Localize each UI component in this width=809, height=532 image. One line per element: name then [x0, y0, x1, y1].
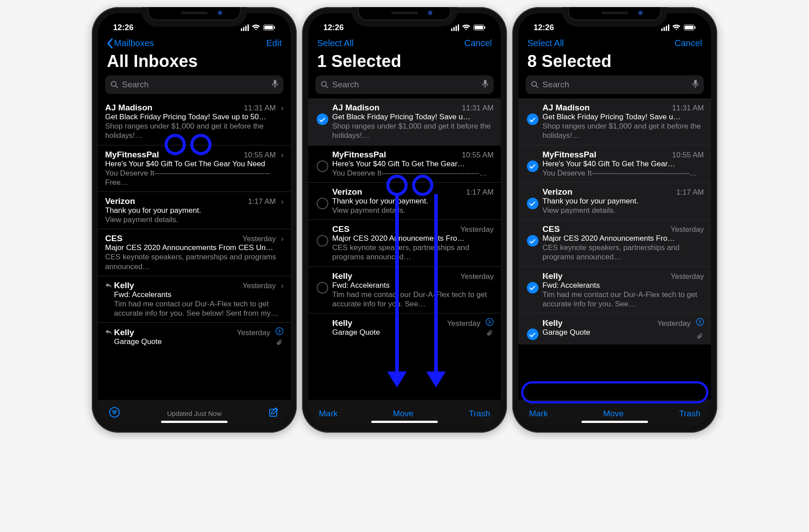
- search-placeholder: Search: [542, 80, 569, 90]
- preview: CES keynote speakers, partnerships and p…: [542, 243, 704, 262]
- selection-checkbox[interactable]: [317, 282, 328, 293]
- chevron-right-icon: ›: [279, 198, 283, 206]
- select-all-button[interactable]: Select All: [527, 38, 564, 48]
- time: 1:17 AM: [676, 188, 704, 197]
- svg-rect-13: [475, 26, 483, 29]
- edit-button[interactable]: Edit: [267, 38, 282, 48]
- annotation-two-finger-swipe: [386, 175, 446, 387]
- selection-checkbox[interactable]: [317, 160, 328, 172]
- wifi-icon: [672, 24, 681, 31]
- subject: Here's Your $40 Gift To Get The Gear…: [542, 160, 704, 168]
- svg-rect-17: [484, 80, 487, 85]
- phone-frame-3: 12:26 Select All Cancel 8 Selected Searc…: [512, 7, 717, 433]
- preview: Shop ranges under $1,000 and get it befo…: [332, 121, 494, 141]
- page-title: 8 Selected: [518, 50, 711, 75]
- search-icon: [110, 81, 118, 89]
- search-field[interactable]: Search: [315, 75, 494, 94]
- preview: You Deserve It--------------------------…: [542, 168, 704, 178]
- selection-checkbox[interactable]: [527, 282, 538, 293]
- dictate-icon[interactable]: [272, 79, 278, 90]
- select-all-button[interactable]: Select All: [317, 38, 353, 48]
- filter-icon[interactable]: [109, 407, 120, 420]
- home-indicator[interactable]: [161, 421, 228, 423]
- sender: AJ Madison: [332, 103, 458, 113]
- dictate-icon[interactable]: [482, 79, 488, 90]
- back-button[interactable]: Mailboxes: [107, 38, 154, 48]
- selection-checkbox[interactable]: [317, 113, 328, 125]
- time: 1:17 AM: [248, 197, 275, 206]
- svg-point-6: [276, 328, 283, 335]
- search-field[interactable]: Search: [105, 75, 283, 94]
- status-bar: 12:26: [308, 18, 501, 37]
- email-row[interactable]: KellyYesterday Garage Quote: [518, 313, 711, 344]
- status-time: 12:26: [534, 23, 554, 32]
- cancel-button[interactable]: Cancel: [464, 38, 492, 48]
- navigation-bar: Mailboxes Edit: [98, 37, 291, 50]
- cellular-signal-icon: [450, 24, 459, 31]
- svg-point-25: [696, 318, 703, 325]
- time: Yesterday: [447, 319, 480, 328]
- home-indicator[interactable]: [581, 421, 648, 423]
- search-field[interactable]: Search: [526, 75, 704, 94]
- selection-checkbox[interactable]: [317, 235, 328, 246]
- selection-checkbox[interactable]: [527, 160, 538, 172]
- mark-button[interactable]: Mark: [319, 409, 338, 419]
- reply-icon: [333, 318, 342, 328]
- email-row[interactable]: AJ Madison11:31 AM Get Black Friday Pric…: [518, 98, 711, 145]
- time: Yesterday: [657, 319, 691, 328]
- mark-button[interactable]: Mark: [529, 409, 548, 419]
- trash-button[interactable]: Trash: [679, 409, 700, 419]
- search-placeholder: Search: [332, 80, 359, 90]
- sender: AJ Madison: [105, 103, 240, 113]
- sender: Verizon: [105, 196, 244, 206]
- svg-point-22: [532, 82, 537, 86]
- selection-checkbox[interactable]: [527, 113, 538, 125]
- email-row[interactable]: CES Yesterday › Major CES 2020 Announcem…: [98, 229, 291, 276]
- trash-button[interactable]: Trash: [469, 409, 490, 419]
- email-list[interactable]: AJ Madison11:31 AM Get Black Friday Pric…: [518, 98, 711, 400]
- selection-checkbox[interactable]: [527, 235, 538, 246]
- svg-rect-14: [484, 26, 485, 29]
- move-button[interactable]: Move: [548, 409, 679, 419]
- time: Yesterday: [243, 282, 276, 290]
- phone-frame-1: 12:26 Mailboxes Edit All Inboxes Search: [92, 7, 297, 433]
- subject: Get Black Friday Pricing Today! Save u…: [332, 113, 494, 121]
- email-row[interactable]: Verizon1:17 AM Thank you for your paymen…: [518, 183, 711, 220]
- svg-rect-20: [685, 26, 693, 29]
- email-row[interactable]: Verizon 1:17 AM › Thank you for your pay…: [98, 192, 291, 229]
- email-row[interactable]: CESYesterday Major CES 2020 Announcement…: [518, 220, 711, 267]
- chevron-right-icon: ›: [279, 104, 283, 112]
- preview: View payment details.: [542, 206, 704, 215]
- svg-line-16: [326, 86, 328, 88]
- svg-rect-24: [694, 80, 697, 85]
- selection-checkbox[interactable]: [317, 198, 328, 209]
- status-time: 12:26: [113, 23, 134, 32]
- move-button[interactable]: Move: [338, 409, 469, 419]
- preview: Tim had me contact our Dur-A-Flex tech t…: [542, 290, 704, 309]
- sender: Kelly: [542, 271, 667, 281]
- status-bar: 12:26: [518, 18, 711, 37]
- time: 10:55 AM: [244, 151, 276, 160]
- chevron-right-icon: ›: [279, 151, 283, 159]
- email-row[interactable]: AJ Madison11:31 AM Get Black Friday Pric…: [308, 98, 501, 145]
- navigation-bar: Select All Cancel: [308, 37, 501, 50]
- compose-icon[interactable]: [268, 407, 280, 420]
- email-row[interactable]: Kelly Yesterday Garage Quote: [98, 323, 291, 351]
- selection-checkbox[interactable]: [527, 329, 538, 340]
- sender: Kelly: [114, 328, 233, 337]
- time: 10:55 AM: [672, 151, 704, 160]
- cancel-button[interactable]: Cancel: [675, 38, 702, 48]
- dictate-icon[interactable]: [692, 79, 699, 90]
- selection-checkbox[interactable]: [527, 198, 538, 209]
- subject: Here's Your $40 Gift To Get The Gear You…: [105, 160, 283, 168]
- subject: Thank you for your payment.: [542, 197, 704, 206]
- search-placeholder: Search: [122, 80, 149, 90]
- home-indicator[interactable]: [371, 421, 438, 423]
- status-time: 12:26: [323, 23, 344, 32]
- email-row[interactable]: Kelly Yesterday › Fwd: Accelerants Tim h…: [98, 276, 291, 323]
- subject: Get Black Friday Pricing Today! Save u…: [542, 113, 704, 121]
- notch: [568, 7, 661, 20]
- email-row[interactable]: KellyYesterday Fwd: Accelerants Tim had …: [518, 267, 711, 314]
- back-label: Mailboxes: [114, 38, 154, 48]
- email-row[interactable]: MyFitnessPal10:55 AM Here's Your $40 Gif…: [518, 145, 711, 183]
